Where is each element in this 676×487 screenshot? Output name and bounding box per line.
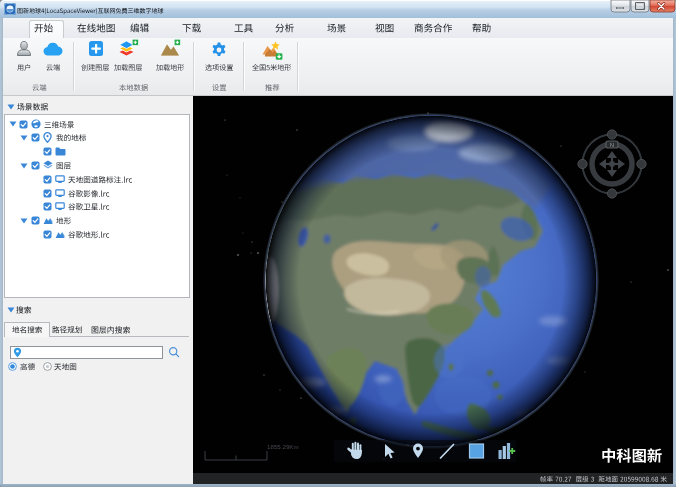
svg-text:1855.29Km: 1855.29Km [267, 443, 299, 450]
svg-text:N: N [610, 142, 614, 148]
